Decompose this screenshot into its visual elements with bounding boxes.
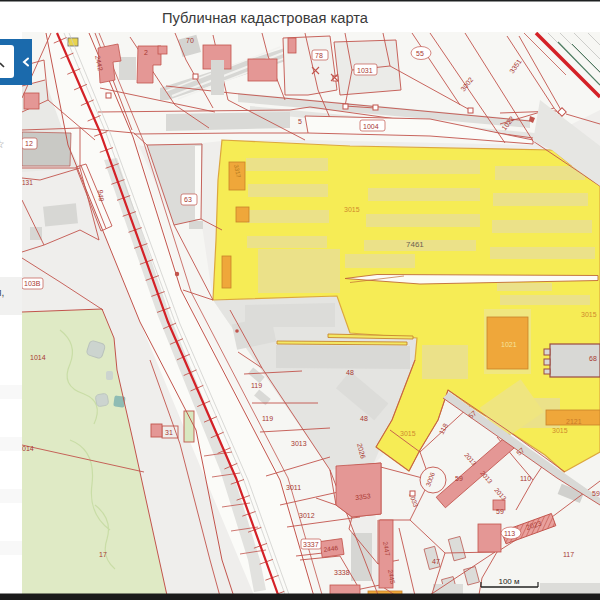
svg-text:113: 113 xyxy=(504,530,515,537)
svg-text:59: 59 xyxy=(496,508,504,515)
svg-text:3012: 3012 xyxy=(299,512,315,519)
svg-text:63: 63 xyxy=(184,196,192,203)
svg-text:100 м: 100 м xyxy=(498,577,519,586)
svg-text:3338: 3338 xyxy=(334,569,350,576)
svg-text:3015: 3015 xyxy=(344,206,360,213)
svg-text:78: 78 xyxy=(315,52,323,59)
svg-text:2121: 2121 xyxy=(566,418,582,425)
svg-text:я,: я, xyxy=(0,287,4,298)
svg-text:Публичная кадастровая карта: Публичная кадастровая карта xyxy=(162,10,369,26)
svg-text:17: 17 xyxy=(99,551,107,558)
svg-text:12: 12 xyxy=(25,140,33,147)
svg-text:103B: 103B xyxy=(24,280,41,287)
svg-text:3013: 3013 xyxy=(291,440,307,447)
svg-text:47: 47 xyxy=(432,558,440,565)
svg-text:119: 119 xyxy=(251,382,262,389)
svg-text:110: 110 xyxy=(520,475,531,482)
svg-text:3337: 3337 xyxy=(303,541,319,548)
svg-text:48: 48 xyxy=(346,369,354,376)
svg-text:48: 48 xyxy=(360,415,368,422)
svg-text:119: 119 xyxy=(262,415,273,422)
svg-text:68: 68 xyxy=(589,355,597,362)
svg-text:55: 55 xyxy=(416,50,424,57)
svg-text:3015: 3015 xyxy=(400,430,416,437)
svg-text:131: 131 xyxy=(22,179,33,186)
svg-text:3015: 3015 xyxy=(581,311,597,318)
svg-text:117: 117 xyxy=(563,551,574,558)
svg-text:5: 5 xyxy=(298,118,302,125)
svg-text:1031: 1031 xyxy=(357,67,373,74)
svg-text:70: 70 xyxy=(186,37,194,44)
svg-text:☆: ☆ xyxy=(0,137,5,151)
svg-text:1014: 1014 xyxy=(30,354,46,361)
svg-text:1021: 1021 xyxy=(501,341,517,348)
svg-text:1004: 1004 xyxy=(363,123,379,130)
svg-text:949: 949 xyxy=(97,189,105,201)
svg-text:3015: 3015 xyxy=(552,427,568,434)
svg-text:7461: 7461 xyxy=(406,240,424,249)
svg-text:59: 59 xyxy=(592,490,600,497)
svg-text:2: 2 xyxy=(144,49,148,56)
svg-text:59: 59 xyxy=(455,475,463,482)
svg-text:3011: 3011 xyxy=(286,484,301,491)
svg-text:31: 31 xyxy=(165,429,173,436)
svg-text:014: 014 xyxy=(22,445,34,452)
